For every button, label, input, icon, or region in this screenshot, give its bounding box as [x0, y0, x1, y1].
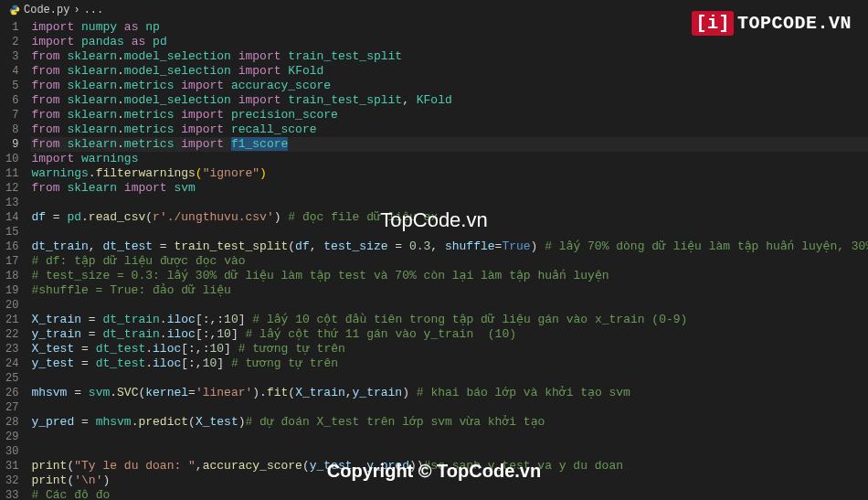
line-number[interactable]: 9 [5, 137, 18, 152]
code-line[interactable]: from sklearn.metrics import recall_score [31, 122, 868, 137]
line-number[interactable]: 3 [5, 49, 18, 64]
code-line[interactable]: mhsvm = svm.SVC(kernel='linear').fit(X_t… [31, 386, 868, 400]
code-area[interactable]: import numpy as npimport pandas as pdfro… [31, 20, 868, 500]
logo-text: TOPCODE.VN [737, 13, 852, 34]
line-number[interactable]: 8 [5, 122, 18, 137]
line-number[interactable]: 2 [5, 35, 18, 49]
code-line[interactable]: warnings.filterwarnings("ignore") [31, 166, 868, 181]
line-number[interactable]: 10 [5, 152, 18, 166]
code-line[interactable]: from sklearn.model_selection import trai… [31, 49, 868, 64]
code-line[interactable]: X_test = dt_test.iloc[:,:10] # tương tự … [31, 342, 868, 356]
line-number[interactable]: 24 [5, 356, 18, 371]
line-number[interactable]: 14 [5, 210, 18, 225]
code-line[interactable]: from sklearn.model_selection import trai… [31, 93, 868, 108]
breadcrumb-separator: › [73, 4, 79, 16]
code-line[interactable]: X_train = dt_train.iloc[:,:10] # lấy 10 … [31, 313, 868, 327]
code-line[interactable]: dt_train, dt_test = train_test_split(df,… [31, 239, 868, 254]
line-number[interactable]: 1 [5, 20, 18, 35]
code-line[interactable] [31, 196, 868, 210]
line-number[interactable]: 11 [5, 166, 18, 181]
code-line[interactable] [31, 400, 868, 415]
code-line[interactable]: y_pred = mhsvm.predict(X_test)# dự đoán … [31, 415, 868, 430]
line-number[interactable]: 21 [5, 313, 18, 327]
line-number[interactable]: 26 [5, 386, 18, 400]
code-line[interactable]: y_test = dt_test.iloc[:,10] # tương tự t… [31, 356, 868, 371]
line-number[interactable]: 33 [5, 488, 18, 500]
line-number[interactable]: 15 [5, 225, 18, 239]
line-number[interactable]: 4 [5, 64, 18, 79]
code-line[interactable] [31, 298, 868, 313]
code-line[interactable]: from sklearn.metrics import accuracy_sco… [31, 79, 868, 93]
line-number[interactable]: 12 [5, 181, 18, 196]
line-number[interactable]: 13 [5, 196, 18, 210]
line-number[interactable]: 30 [5, 444, 18, 459]
breadcrumb-more[interactable]: ... [84, 4, 104, 16]
code-line[interactable]: print('\n') [31, 473, 868, 488]
code-line[interactable]: print("Ty le du doan: ",accuracy_score(y… [31, 459, 868, 473]
watermark-logo: [i] TOPCODE.VN [692, 11, 852, 36]
line-number[interactable]: 5 [5, 79, 18, 93]
code-line[interactable]: from sklearn.metrics import precision_sc… [31, 108, 868, 122]
code-line[interactable]: from sklearn import svm [31, 181, 868, 196]
code-line[interactable]: y_train = dt_train.iloc[:,10] # lấy cột … [31, 327, 868, 342]
code-line[interactable]: from sklearn.model_selection import KFol… [31, 64, 868, 79]
code-line[interactable] [31, 225, 868, 239]
line-number[interactable]: 18 [5, 269, 18, 283]
code-line[interactable] [31, 444, 868, 459]
line-number[interactable]: 25 [5, 371, 18, 386]
line-number[interactable]: 6 [5, 93, 18, 108]
breadcrumb-file[interactable]: Code.py [24, 4, 69, 16]
code-editor[interactable]: 1234567891011121314151617181920212223242… [0, 20, 868, 500]
code-line[interactable]: # test_size = 0.3: lấy 30% dữ liệu làm t… [31, 269, 868, 283]
line-number[interactable]: 17 [5, 254, 18, 269]
logo-badge: [i] [692, 11, 734, 36]
line-number[interactable]: 22 [5, 327, 18, 342]
line-number[interactable]: 20 [5, 298, 18, 313]
line-number[interactable]: 19 [5, 283, 18, 298]
code-line[interactable]: import pandas as pd [31, 35, 868, 49]
line-number[interactable]: 16 [5, 239, 18, 254]
code-line[interactable] [31, 371, 868, 386]
code-line[interactable] [31, 430, 868, 444]
code-line[interactable]: from sklearn.metrics import f1_score [31, 137, 868, 152]
code-line[interactable]: # df: tập dữ liệu được đọc vào [31, 254, 868, 269]
line-number[interactable]: 23 [5, 342, 18, 356]
code-line[interactable]: df = pd.read_csv(r'./ungthuvu.csv') # đọ… [31, 210, 868, 225]
line-number-gutter[interactable]: 1234567891011121314151617181920212223242… [0, 20, 31, 500]
line-number[interactable]: 27 [5, 400, 18, 415]
code-line[interactable]: #shuffle = True: đảo dữ liệu [31, 283, 868, 298]
code-line[interactable]: import warnings [31, 152, 868, 166]
python-file-icon [9, 5, 20, 16]
line-number[interactable]: 32 [5, 473, 18, 488]
line-number[interactable]: 29 [5, 430, 18, 444]
line-number[interactable]: 7 [5, 108, 18, 122]
code-line[interactable]: # Các độ đo [31, 488, 868, 500]
line-number[interactable]: 31 [5, 459, 18, 473]
line-number[interactable]: 28 [5, 415, 18, 430]
